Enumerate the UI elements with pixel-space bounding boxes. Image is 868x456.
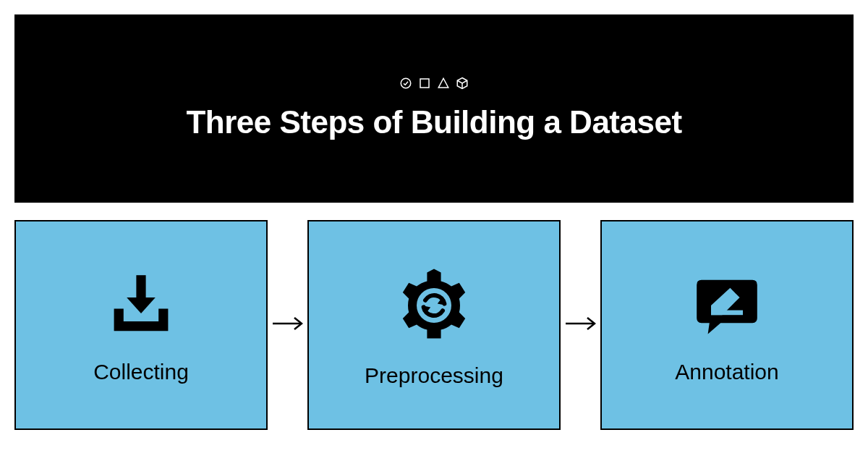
arrow-right-icon — [564, 315, 597, 335]
step-label: Collecting — [93, 360, 189, 384]
step-label: Preprocessing — [365, 363, 503, 388]
steps-row: Collecting — [14, 220, 854, 430]
header-icon-row — [399, 77, 469, 93]
header-panel: Three Steps of Building a Dataset — [14, 14, 854, 203]
svg-rect-2 — [136, 275, 145, 300]
page-title: Three Steps of Building a Dataset — [186, 104, 681, 140]
triangle-icon — [437, 77, 450, 93]
arrow-1 — [268, 315, 307, 335]
chat-edit-icon — [687, 266, 767, 345]
step-label: Annotation — [675, 360, 778, 384]
svg-rect-1 — [420, 79, 429, 88]
check-circle-icon — [399, 77, 412, 93]
step-annotation: Annotation — [600, 220, 854, 430]
arrow-2 — [561, 315, 600, 335]
square-icon — [418, 77, 431, 93]
svg-point-0 — [401, 78, 411, 88]
cube-icon — [456, 77, 469, 93]
download-tray-icon — [101, 266, 181, 345]
step-collecting: Collecting — [14, 220, 268, 430]
step-preprocessing: Preprocessing — [307, 220, 561, 430]
gear-refresh-icon — [391, 262, 477, 349]
arrow-right-icon — [271, 315, 305, 335]
svg-rect-6 — [711, 311, 743, 316]
